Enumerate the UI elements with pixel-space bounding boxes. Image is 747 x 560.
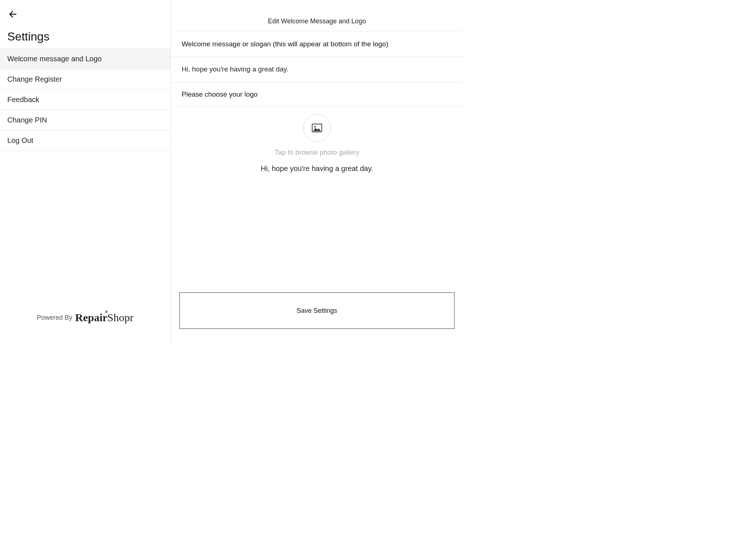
save-settings-button[interactable]: Save Settings bbox=[179, 292, 454, 329]
image-icon bbox=[311, 124, 322, 132]
sidebar: Settings Welcome message and Logo Change… bbox=[0, 0, 171, 347]
menu-item-change-register[interactable]: Change Register bbox=[0, 69, 170, 90]
page-title: Edit Welcome Message and Logo bbox=[171, 0, 463, 32]
menu-item-label: Log Out bbox=[7, 136, 33, 144]
tap-hint-text: Tap to browse photo gallery bbox=[275, 148, 359, 156]
brand-repair-text: Repair bbox=[75, 311, 107, 323]
menu-item-label: Change Register bbox=[7, 75, 62, 83]
logo-selector: Tap to browse photo gallery Hi, hope you… bbox=[171, 107, 463, 173]
svg-point-1 bbox=[314, 126, 316, 127]
menu-item-welcome-logo[interactable]: Welcome message and Logo bbox=[0, 48, 170, 69]
logo-section-title: Please choose your logo bbox=[171, 82, 463, 107]
welcome-preview-text: Hi, hope you're having a great day. bbox=[261, 164, 373, 173]
settings-menu: Welcome message and Logo Change Register… bbox=[0, 48, 170, 151]
browse-photo-button[interactable] bbox=[303, 114, 331, 142]
welcome-message-input[interactable] bbox=[171, 57, 463, 82]
menu-item-label: Welcome message and Logo bbox=[7, 55, 102, 63]
sidebar-title: Settings bbox=[0, 21, 170, 48]
menu-item-label: Change PIN bbox=[7, 116, 47, 124]
powered-by-footer: Powered By RepairShopr bbox=[0, 311, 170, 324]
welcome-section-title: Welcome message or slogan (this will app… bbox=[171, 32, 463, 57]
brand-shopr-text: Shopr bbox=[107, 311, 133, 323]
menu-item-log-out[interactable]: Log Out bbox=[0, 131, 170, 151]
powered-by-text: Powered By bbox=[37, 314, 72, 322]
brand-logo: RepairShopr bbox=[75, 311, 133, 324]
back-button[interactable] bbox=[0, 0, 170, 21]
menu-item-feedback[interactable]: Feedback bbox=[0, 90, 170, 110]
arrow-left-icon bbox=[7, 9, 18, 20]
menu-item-change-pin[interactable]: Change PIN bbox=[0, 110, 170, 131]
menu-item-label: Feedback bbox=[7, 96, 39, 104]
main-content: Edit Welcome Message and Logo Welcome me… bbox=[171, 0, 463, 347]
